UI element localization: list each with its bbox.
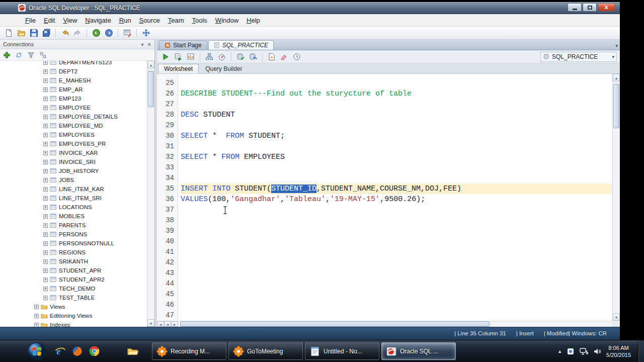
menu-run[interactable]: Run — [115, 15, 135, 26]
expand-icon[interactable]: + — [43, 87, 48, 92]
tree-item-table[interactable]: +EMP_AR — [0, 85, 147, 94]
tree-item-table[interactable]: +JOBS — [0, 175, 147, 185]
expand-icon[interactable]: + — [43, 151, 48, 155]
chrome-icon[interactable] — [86, 343, 103, 360]
tab-list-icon[interactable]: ▾ — [615, 43, 618, 48]
code-line[interactable] — [181, 162, 612, 173]
tree-item-table[interactable]: +REGIONS — [0, 248, 147, 257]
taskbar-button-recording-m[interactable]: Recording M... — [152, 342, 226, 360]
tree-item-table[interactable]: +LINE_ITEM_SRI — [0, 194, 147, 203]
network-icon[interactable] — [579, 348, 588, 355]
expand-icon[interactable]: + — [43, 241, 48, 246]
editor-vertical-scrollbar[interactable]: ▴ ▾ — [612, 74, 620, 321]
tree-item-table[interactable]: +SRIKANTH — [0, 257, 147, 266]
run-script-icon[interactable] — [173, 51, 184, 62]
code-line[interactable] — [181, 257, 612, 268]
collapse-all-icon[interactable] — [38, 50, 48, 60]
clear-icon[interactable] — [279, 51, 290, 62]
code-line[interactable] — [181, 268, 612, 279]
menu-tools[interactable]: Tools — [188, 15, 211, 26]
expand-icon[interactable]: + — [43, 160, 48, 164]
tab-sql-practice[interactable]: SQL_PRACTICE — [208, 40, 274, 50]
unshared-icon[interactable] — [266, 51, 277, 62]
expand-icon[interactable]: + — [43, 259, 48, 264]
minimize-button[interactable] — [568, 3, 582, 12]
new-file-icon[interactable] — [3, 28, 14, 39]
code-area[interactable]: DESCRIBE STUDENT---Find out the sturyctu… — [179, 74, 612, 321]
tree-item-table[interactable]: +EMP123 — [0, 94, 147, 103]
tree-item-table[interactable]: +MOBLIES — [0, 212, 147, 221]
firefox-icon[interactable] — [68, 343, 86, 360]
tab-query-builder[interactable]: Query Builder — [200, 64, 248, 73]
tree-item-table[interactable]: +PERSONS — [0, 230, 147, 239]
expand-icon[interactable]: + — [43, 196, 48, 201]
expand-icon[interactable]: + — [43, 268, 48, 273]
scroll-right-icon[interactable]: ▸ — [171, 321, 178, 327]
expand-icon[interactable]: + — [43, 250, 48, 255]
scroll-down-icon[interactable]: ▾ — [147, 319, 154, 327]
table-edit-icon[interactable] — [122, 28, 133, 39]
expand-icon[interactable]: + — [43, 61, 48, 65]
tree-item-table[interactable]: +INVOICE_KAR — [0, 148, 147, 157]
menu-view[interactable]: View — [59, 15, 81, 26]
menu-navigate[interactable]: Navigate — [81, 15, 115, 26]
tree-item-table[interactable]: +STUDENT_APR — [0, 266, 147, 275]
tuning-icon[interactable] — [216, 51, 227, 62]
tab-start-page[interactable]: Start Page — [159, 40, 207, 50]
close-panel-icon[interactable]: ✕ — [147, 42, 151, 47]
menu-edit[interactable]: Edit — [40, 15, 59, 26]
scroll-left-icon[interactable]: ◂ — [164, 321, 171, 327]
expand-icon[interactable]: + — [34, 323, 39, 327]
scroll-left-icon[interactable]: ◂ — [157, 321, 164, 327]
sqlplus-icon[interactable] — [140, 28, 151, 39]
expand-icon[interactable]: + — [43, 187, 48, 192]
menu-file[interactable]: File — [21, 15, 40, 26]
menu-team[interactable]: Team — [164, 15, 188, 26]
add-connection-icon[interactable] — [2, 50, 12, 60]
undo-icon[interactable] — [59, 28, 70, 39]
filter-icon[interactable] — [26, 50, 36, 60]
tree-item-table[interactable]: +TEST_TABLE — [0, 293, 147, 302]
code-line[interactable] — [181, 205, 612, 215]
refresh-icon[interactable] — [14, 50, 24, 60]
code-editor[interactable]: 2526272829303132333435363738394041424344… — [157, 74, 612, 321]
clock[interactable]: 8:06 AM 5/20/2015 — [606, 344, 631, 358]
taskbar-button-oracle-sql[interactable]: Oracle SQL ... — [381, 342, 456, 360]
menu-source[interactable]: Source — [135, 15, 164, 26]
taskbar-button-gotomeeting[interactable]: GoToMeeting — [228, 342, 303, 360]
show-desktop-button[interactable] — [638, 340, 644, 362]
tree-item-table[interactable]: +E_MAHESH — [0, 76, 147, 85]
tree-item-table[interactable]: +DEPARTMENTS123 — [0, 61, 147, 67]
code-line[interactable]: VALUES(100,'Gangadhar','Tableau','19-MAY… — [181, 194, 612, 205]
save-icon[interactable] — [28, 28, 39, 39]
expand-icon[interactable]: + — [43, 169, 48, 173]
code-line[interactable] — [181, 300, 612, 310]
expand-icon[interactable]: + — [43, 142, 48, 146]
editor-horizontal-scrollbar[interactable]: ◂ ◂ ▸ — [157, 321, 612, 327]
expand-icon[interactable]: + — [43, 115, 48, 119]
tray-app-icon[interactable] — [567, 348, 574, 355]
expand-icon[interactable]: + — [43, 124, 48, 128]
tree-item-table[interactable]: +EMPLOYEE — [0, 103, 147, 112]
hidden-icons-icon[interactable]: ▲ — [557, 349, 562, 354]
expand-icon[interactable]: + — [43, 97, 48, 101]
expand-icon[interactable]: + — [43, 106, 48, 110]
expand-icon[interactable]: + — [43, 223, 48, 228]
connection-selector[interactable]: SQL_PRACTICE ▾ — [540, 52, 617, 62]
code-line[interactable]: SELECT * FROM STUDENT; — [181, 131, 612, 141]
tree-item-table[interactable]: +JOB_HISTORY — [0, 166, 147, 175]
tree-item-table[interactable]: +TECH_DEMO — [0, 284, 147, 293]
menu-help[interactable]: Help — [243, 15, 264, 26]
code-line[interactable] — [181, 99, 612, 110]
scroll-up-icon[interactable]: ▴ — [147, 61, 154, 68]
code-line[interactable] — [181, 279, 612, 289]
navigate-icon[interactable] — [103, 28, 114, 39]
title-bar[interactable]: Oracle SQL Developer : SQL_PRACTICE × — [0, 2, 620, 14]
expand-icon[interactable]: + — [43, 296, 48, 300]
tree-item-table[interactable]: +LINE_ITEM_KAR — [0, 185, 147, 194]
sync-icon[interactable] — [91, 28, 102, 39]
maximize-button[interactable] — [583, 3, 597, 12]
expand-icon[interactable]: + — [43, 287, 48, 291]
taskbar-button-untitled-no[interactable]: Untitled - No... — [305, 342, 379, 360]
explorer-icon[interactable] — [124, 343, 141, 360]
